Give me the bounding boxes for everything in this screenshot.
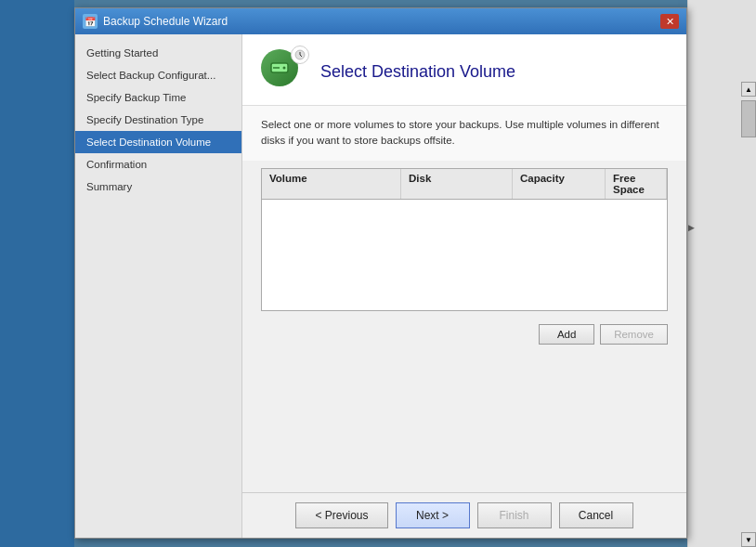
- dialog-title: Backup Schedule Wizard: [103, 15, 228, 28]
- sidebar-item-getting-started[interactable]: Getting Started: [75, 42, 241, 64]
- content-header: Select Destination Volume: [242, 34, 686, 106]
- close-button[interactable]: ✕: [660, 14, 679, 29]
- col-header-capacity: Capacity: [513, 169, 606, 199]
- sidebar-item-select-destination-volume[interactable]: Select Destination Volume: [75, 131, 241, 153]
- sidebar-item-confirmation[interactable]: Confirmation: [75, 153, 241, 176]
- instruction-text: Select one or more volumes to store your…: [242, 106, 686, 161]
- clock-badge-icon: [294, 49, 306, 60]
- button-bar: < Previous Next > Finish Cancel: [242, 492, 686, 538]
- add-remove-area: Add Remove: [242, 319, 686, 350]
- harddrive-icon: [268, 57, 291, 79]
- svg-point-1: [283, 67, 286, 70]
- cancel-button[interactable]: Cancel: [559, 502, 633, 528]
- sidebar-item-specify-destination-type[interactable]: Specify Destination Type: [75, 109, 241, 131]
- volumes-table: Volume Disk Capacity Free Space: [261, 168, 668, 312]
- expand-arrow[interactable]: ▶: [688, 223, 695, 232]
- wizard-sidebar: Getting Started Select Backup Configurat…: [75, 34, 242, 538]
- table-body: [262, 200, 667, 311]
- sidebar-item-specify-backup-time[interactable]: Specify Backup Time: [75, 86, 241, 109]
- col-header-disk: Disk: [401, 169, 513, 199]
- scrollbar-thumb[interactable]: [741, 100, 756, 137]
- add-volume-button[interactable]: Add: [539, 324, 594, 345]
- finish-button[interactable]: Finish: [477, 502, 552, 528]
- background-side-panel: ▲ ▼ ▶: [687, 0, 756, 547]
- sidebar-item-summary[interactable]: Summary: [75, 176, 241, 198]
- table-header: Volume Disk Capacity Free Space: [262, 169, 667, 200]
- remove-volume-button[interactable]: Remove: [600, 324, 668, 345]
- scrollbar-down-arrow[interactable]: ▼: [741, 532, 756, 547]
- backup-schedule-wizard-dialog: 📅 Backup Schedule Wizard ✕ Getting Start…: [74, 7, 687, 539]
- dialog-body: Getting Started Select Backup Configurat…: [75, 34, 686, 538]
- next-button[interactable]: Next >: [396, 502, 470, 528]
- content-spacer: [242, 350, 686, 492]
- previous-button[interactable]: < Previous: [295, 502, 387, 528]
- scrollbar-up-arrow[interactable]: ▲: [741, 82, 756, 97]
- col-header-volume: Volume: [262, 169, 401, 199]
- title-bar: 📅 Backup Schedule Wizard ✕: [75, 8, 686, 34]
- col-header-freespace: Free Space: [606, 169, 667, 199]
- background-taskbar: [0, 0, 74, 547]
- main-content: Select Destination Volume Select one or …: [242, 34, 686, 538]
- wizard-title-icon: 📅: [83, 14, 98, 29]
- title-bar-left: 📅 Backup Schedule Wizard: [83, 14, 228, 29]
- header-badge-icon: [291, 46, 309, 64]
- sidebar-item-select-backup-config[interactable]: Select Backup Configurat...: [75, 64, 241, 86]
- header-icon-container: [261, 49, 306, 94]
- content-title: Select Destination Volume: [320, 62, 515, 82]
